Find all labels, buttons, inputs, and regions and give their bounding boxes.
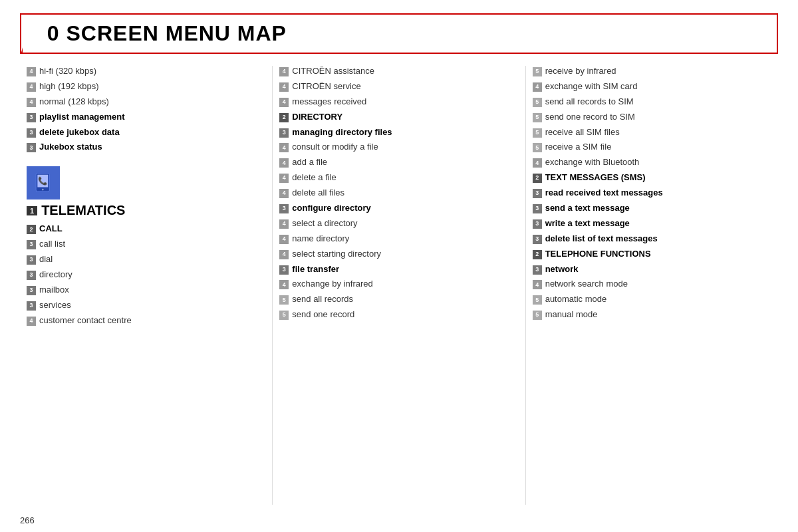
item-label: CITROËN assistance — [292, 66, 374, 77]
list-item: 5 receive a SIM file — [533, 142, 771, 153]
column-1: 4 hi-fi (320 kbps) 4 high (192 kbps) 4 n… — [20, 66, 273, 505]
badge: 3 — [533, 265, 542, 275]
item-label: exchange with Bluetooth — [545, 157, 640, 168]
list-item: 3 delete jukebox data — [27, 127, 265, 138]
list-item: 4 select starting directory — [279, 249, 518, 260]
list-item: 5 receive by infrared — [533, 66, 771, 77]
badge: 4 — [27, 98, 36, 107]
list-item: 4 exchange with Bluetooth — [533, 157, 771, 168]
list-item: 4 hi-fi (320 kbps) — [27, 66, 265, 77]
list-item: 3 delete list of text messages — [533, 233, 771, 245]
item-label: network — [545, 264, 579, 275]
item-label: exchange with SIM card — [545, 81, 638, 92]
item-label: managing directory files — [292, 127, 392, 138]
list-item: 4 messages received — [279, 96, 518, 108]
item-label: mailbox — [39, 285, 69, 296]
list-item: 4 customer contact centre — [27, 315, 265, 327]
badge: 2 — [279, 113, 289, 122]
list-item: 2 DIRECTORY — [279, 112, 518, 123]
item-label: write a text message — [545, 218, 630, 229]
badge: 5 — [533, 311, 542, 320]
badge: 3 — [533, 219, 542, 229]
item-label: dial — [39, 254, 53, 265]
list-item: 3 services — [27, 300, 265, 311]
badge: 5 — [533, 295, 542, 305]
badge: 4 — [279, 98, 289, 107]
item-label: automatic mode — [545, 294, 607, 305]
badge: 4 — [279, 250, 289, 259]
telematics-section: 📞 1 TELEMATICS — [27, 166, 265, 218]
badge: 3 — [279, 204, 289, 213]
badge: 4 — [279, 143, 289, 152]
list-item: 4 consult or modify a file — [279, 142, 518, 153]
badge: 4 — [279, 219, 289, 229]
list-item: 5 send one record — [279, 309, 518, 321]
page-container: 10 SCREEN MENU MAP 4 hi-fi (320 kbps) 4 … — [0, 0, 798, 532]
item-label: TEXT MESSAGES (SMS) — [545, 172, 646, 184]
list-item: 3 playlist management — [27, 112, 265, 123]
item-label: send a text message — [545, 203, 630, 214]
column-2: 4 CITROËN assistance 4 CITROËN service 4… — [273, 66, 525, 505]
badge: 3 — [533, 235, 542, 244]
item-label: TELEPHONE FUNCTIONS — [545, 249, 651, 260]
badge: 4 — [533, 280, 542, 289]
badge: 5 — [533, 67, 542, 76]
item-label: receive a SIM file — [545, 142, 612, 153]
badge: 3 — [27, 271, 36, 280]
list-item: 4 exchange with SIM card — [533, 81, 771, 92]
list-item: 5 send all records to SIM — [533, 96, 771, 108]
item-label: services — [39, 300, 71, 311]
list-item: 3 write a text message — [533, 218, 771, 229]
item-label: normal (128 kbps) — [39, 96, 109, 108]
item-label: messages received — [292, 96, 366, 108]
item-label: call list — [39, 239, 65, 250]
item-label: send all records to SIM — [545, 96, 634, 108]
list-item: 4 network search mode — [533, 279, 771, 290]
telematics-icon: 📞 — [27, 166, 60, 200]
badge: 5 — [533, 113, 542, 122]
item-label: delete list of text messages — [545, 233, 658, 245]
item-label: playlist management — [39, 112, 125, 123]
content-columns: 4 hi-fi (320 kbps) 4 high (192 kbps) 4 n… — [20, 66, 778, 505]
item-label: add a file — [292, 157, 327, 168]
list-item: 4 add a file — [279, 157, 518, 168]
item-label: delete a file — [292, 172, 336, 184]
badge: 3 — [27, 301, 36, 311]
list-item: 4 select a directory — [279, 218, 518, 229]
badge: 4 — [27, 82, 36, 92]
item-label: hi-fi (320 kbps) — [39, 66, 96, 77]
list-item: 3 read received text messages — [533, 188, 771, 199]
item-label: configure directory — [292, 203, 370, 214]
badge: 2 — [533, 174, 542, 183]
badge: 5 — [533, 143, 542, 152]
item-label: customer contact centre — [39, 315, 132, 327]
list-item: 3 configure directory — [279, 203, 518, 214]
item-label: receive all SIM files — [545, 127, 620, 138]
svg-point-3 — [42, 189, 44, 191]
item-label: read received text messages — [545, 188, 663, 199]
item-label: manual mode — [545, 309, 598, 321]
list-item: 2 TELEPHONE FUNCTIONS — [533, 249, 771, 260]
badge: 4 — [279, 174, 289, 183]
item-label: CALL — [39, 223, 63, 235]
list-item: 4 CITROËN service — [279, 81, 518, 92]
item-label: directory — [39, 269, 72, 281]
badge: 3 — [533, 204, 542, 213]
list-item: 3 file transfer — [279, 264, 518, 275]
list-item: 3 network — [533, 264, 771, 275]
list-item: 3 Jukebox status — [27, 142, 265, 153]
badge: 4 — [279, 235, 289, 244]
badge: 3 — [279, 265, 289, 275]
list-item: 3 mailbox — [27, 285, 265, 296]
list-item: 4 high (192 kbps) — [27, 81, 265, 92]
badge: 4 — [533, 82, 542, 92]
list-item: 4 delete all files — [279, 188, 518, 199]
badge: 5 — [533, 128, 542, 138]
item-label: CITROËN service — [292, 81, 360, 92]
list-item: 4 CITROËN assistance — [279, 66, 518, 77]
page-title: 10 SCREEN MENU MAP — [35, 21, 287, 46]
page-number: 266 — [20, 515, 35, 525]
item-label: Jukebox status — [39, 142, 102, 153]
list-item: 2 CALL — [27, 223, 265, 235]
badge: 3 — [27, 143, 36, 152]
